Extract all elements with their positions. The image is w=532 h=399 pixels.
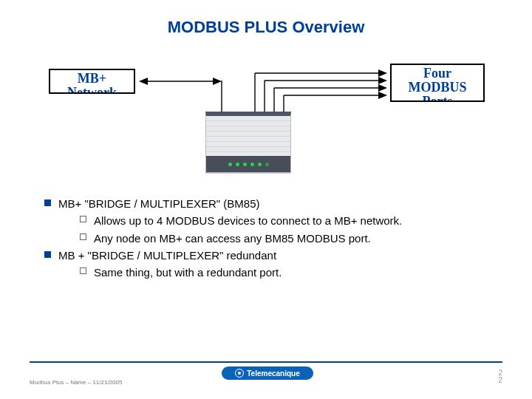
footer-divider [30, 361, 502, 363]
footer-text: Modbus Plus – Name – 11/21/2005 [30, 379, 122, 386]
bm85-device-illustration [205, 112, 291, 173]
svg-marker-11 [378, 77, 387, 84]
svg-marker-9 [378, 69, 387, 77]
logo-ring-icon [235, 369, 244, 378]
svg-marker-2 [213, 78, 222, 85]
svg-marker-1 [139, 78, 148, 85]
list-item: Allows up to 4 MODBUS devices to connect… [80, 212, 488, 229]
svg-marker-15 [378, 92, 387, 99]
bullet-icon [44, 200, 51, 206]
bullet-icon [80, 216, 86, 222]
label-mb-plus-network: MB+ Network [49, 69, 135, 94]
list-item: Same thing, but with a redundant port. [80, 264, 488, 281]
telemecanique-logo: Telemecanique [222, 366, 313, 380]
slide-title: MODBUS PLUS Overview [0, 18, 532, 37]
label-four-modbus-ports: Four MODBUS Ports [390, 64, 485, 102]
bullet-list: MB+ "BRIDGE / MULTIPLEXER" (BM85) Allows… [44, 195, 488, 281]
bullet-icon [80, 233, 86, 240]
bullet-icon [44, 251, 51, 258]
page-number: 2 2 [498, 369, 502, 384]
list-item: Any node on MB+ can access any BM85 MODB… [80, 230, 488, 247]
list-item: MB + "BRIDGE / MULTIPLEXER" redundant [44, 247, 488, 264]
bullet-icon [80, 267, 86, 274]
list-item: MB+ "BRIDGE / MULTIPLEXER" (BM85) [44, 195, 488, 212]
svg-marker-13 [378, 84, 387, 92]
